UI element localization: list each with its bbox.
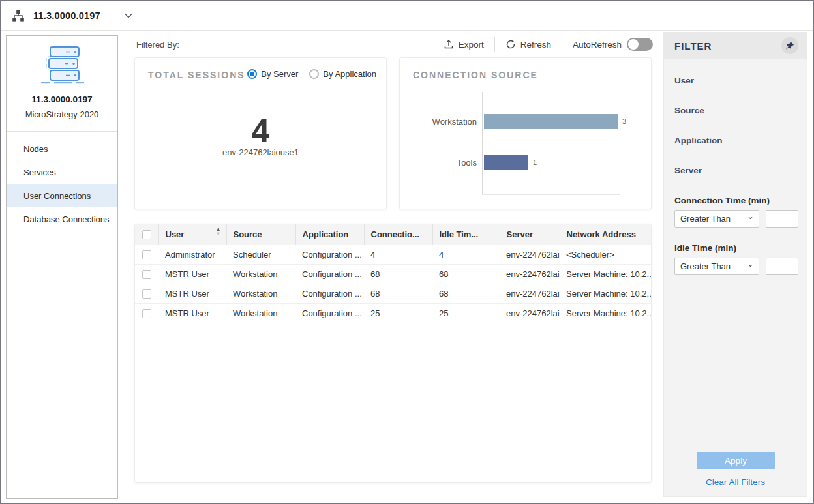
idle-time-row: Greater Than [674,258,798,275]
table-row[interactable]: MSTR UserWorkstationConfiguration ...252… [135,303,651,323]
connection-time-operator-select[interactable]: Greater Than [674,210,759,228]
total-sessions-card: TOTAL SESSIONS By Server By Application … [134,57,387,209]
cell-network-address: Server Machine: 10.2... [560,264,651,284]
radio-selected-icon [247,69,257,79]
cell-network-address: Server Machine: 10.2... [560,284,651,303]
chevron-down-icon[interactable] [124,12,133,18]
column-header-application[interactable]: Application [295,224,364,245]
cell-user: MSTR User [158,264,226,284]
cell-connection-time: 4 [364,245,432,264]
row-checkbox-cell [135,245,158,264]
cell-application: Configuration ... [295,303,364,323]
row-checkbox[interactable] [142,289,151,299]
session-view-radio-group: By Server By Application [247,69,376,79]
toolbar-actions: Export Refresh AutoRefresh [433,35,653,53]
total-sessions-value: 4 [135,112,386,150]
environment-version[interactable]: 11.3.0000.0197 [33,10,100,21]
sort-indicator-icon: ▲▼ [216,227,221,236]
bar-value-tools: 1 [533,158,537,166]
total-sessions-title: TOTAL SESSIONS [148,70,245,80]
cell-application: Configuration ... [295,284,364,303]
connection-time-value-input[interactable] [766,210,798,228]
apply-button[interactable]: Apply [697,452,775,469]
cell-source: Workstation [226,284,295,303]
autorefresh-label: AutoRefresh [573,40,622,50]
bar-label-tools: Tools [405,158,477,168]
refresh-button[interactable]: Refresh [495,39,562,50]
filter-section-user[interactable]: User [674,76,694,85]
cell-connection-time: 68 [364,284,432,303]
select-all-header [135,224,158,245]
radio-by-server[interactable]: By Server [247,69,298,79]
filter-header: FILTER [664,33,807,59]
column-header-connection-time[interactable]: Connectio... [364,224,432,245]
autorefresh-toggle[interactable] [627,38,653,51]
sidebar-item-database-connections[interactable]: Database Connections [7,207,117,231]
filter-panel: FILTER User Source Application Server Co… [663,32,807,497]
server-stack-icon [7,44,117,87]
idle-time-operator-select[interactable]: Greater Than [674,258,759,275]
cell-user: MSTR User [158,284,226,303]
cell-connection-time: 25 [364,303,432,323]
user-connections-table: User▲▼ Source Application Connectio... I… [135,224,651,323]
sidebar-item-user-connections[interactable]: User Connections [7,184,117,207]
export-icon [444,39,454,50]
divider [7,131,117,132]
table-header-row: User▲▼ Source Application Connectio... I… [135,224,651,245]
refresh-label: Refresh [520,40,551,50]
export-label: Export [459,40,484,50]
connection-time-label: Connection Time (min) [674,196,770,205]
cell-source: Scheduler [226,245,295,264]
bar-label-workstation: Workstation [405,117,477,126]
radio-by-application[interactable]: By Application [309,69,376,79]
table-row[interactable]: AdministratorSchedulerConfiguration ...4… [135,245,651,264]
cell-server: env-224762lai... [500,303,560,323]
clear-all-filters-link[interactable]: Clear All Filters [664,477,807,487]
row-checkbox-cell [135,303,158,323]
row-checkbox[interactable] [142,270,151,279]
idle-time-value-input[interactable] [766,258,798,275]
radio-by-server-label: By Server [261,69,298,79]
sidebar-item-nodes[interactable]: Nodes [7,137,117,160]
server-version-title: 11.3.0000.0197 [7,95,117,104]
sidebar: 11.3.0000.0197 MicroStrategy 2020 Nodes … [6,35,118,499]
topbar: 11.3.0000.0197 [1,1,813,31]
autorefresh-control: AutoRefresh [562,38,653,51]
select-all-checkbox[interactable] [142,230,151,239]
pin-button[interactable] [781,37,798,54]
cell-network-address: <Scheduler> [560,245,651,264]
cell-connection-time: 68 [364,264,432,284]
row-checkbox[interactable] [142,309,151,318]
filter-section-source[interactable]: Source [674,106,704,115]
server-product-name: MicroStrategy 2020 [7,110,117,119]
column-header-idle-time[interactable]: Idle Tim... [432,224,500,245]
row-checkbox-cell [135,284,158,303]
export-button[interactable]: Export [433,39,494,50]
app-window: 11.3.0000.0197 [0,0,814,504]
filter-section-application[interactable]: Application [674,136,723,145]
column-header-source[interactable]: Source [226,224,295,245]
cell-source: Workstation [226,264,295,284]
cell-server: env-224762lai... [500,264,560,284]
row-checkbox[interactable] [142,250,151,259]
table-row[interactable]: MSTR UserWorkstationConfiguration ...686… [135,264,651,284]
environment-hierarchy-icon [12,9,25,22]
radio-by-application-label: By Application [323,69,376,79]
column-header-user[interactable]: User▲▼ [158,224,226,245]
bar-value-workstation: 3 [622,117,626,125]
filter-section-server[interactable]: Server [674,166,702,175]
connection-source-title: CONNECTION SOURCE [413,70,538,80]
server-profile: 11.3.0000.0197 MicroStrategy 2020 [7,36,117,132]
column-header-network-address[interactable]: Network Address [560,224,651,245]
cell-idle-time: 4 [432,245,500,264]
bar-workstation [484,114,618,129]
idle-time-operator-wrap: Greater Than [674,258,759,275]
chart-x-axis [482,194,620,195]
cell-idle-time: 25 [432,303,500,323]
sidebar-item-services[interactable]: Services [7,160,117,184]
connection-source-card: CONNECTION SOURCE Workstation 3 Tools 1 [399,57,652,209]
connection-time-row: Greater Than [674,210,798,228]
column-header-server[interactable]: Server [500,224,560,245]
table-row[interactable]: MSTR UserWorkstationConfiguration ...686… [135,284,651,303]
cell-user: Administrator [158,245,226,264]
